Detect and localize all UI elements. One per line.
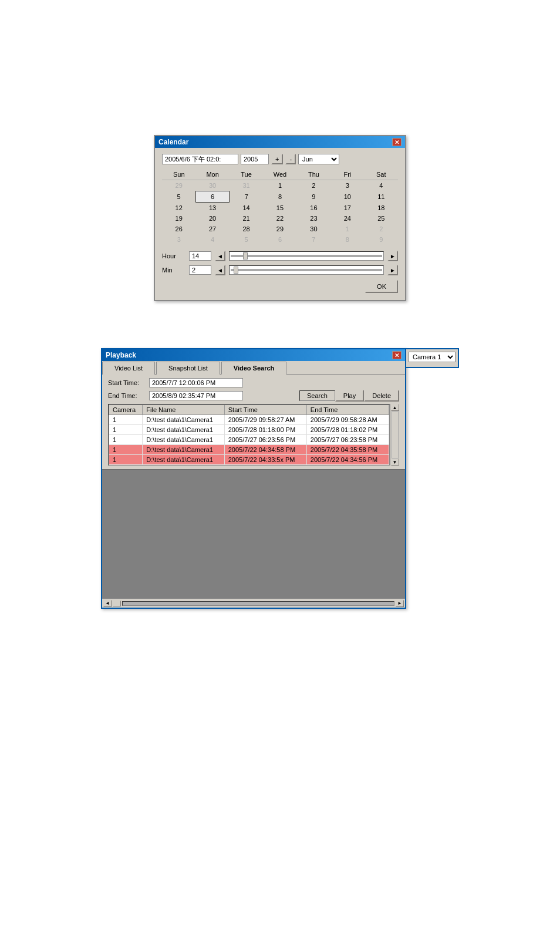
year-plus-button[interactable]: + — [271, 154, 283, 164]
calendar-day[interactable]: 29 — [263, 224, 296, 234]
calendar-day[interactable]: 8 — [330, 234, 364, 245]
min-right-button[interactable]: ► — [387, 265, 398, 275]
calendar-day[interactable]: 8 — [263, 191, 296, 203]
cal-ok-section: OK — [162, 280, 398, 293]
calendar-day[interactable]: 30 — [297, 224, 330, 234]
table-row[interactable]: 1D:\test data\1\Camera12005/7/22 04:33:5… — [109, 455, 389, 465]
min-left-button[interactable]: ◄ — [215, 265, 225, 275]
calendar-day[interactable]: 30 — [195, 180, 229, 191]
calendar-top-row: + - Jun — [162, 154, 398, 164]
year-minus-button[interactable]: - — [285, 154, 296, 164]
col-tue: Tue — [230, 169, 263, 180]
calendar-day[interactable]: 4 — [365, 180, 398, 191]
tab-video-search[interactable]: Video Search — [221, 362, 287, 375]
calendar-day[interactable]: 1 — [263, 180, 296, 191]
tab-video-list[interactable]: Video List — [102, 362, 155, 375]
calendar-day[interactable]: 3 — [162, 234, 195, 245]
hscroll-left-button[interactable]: ◄ — [103, 600, 112, 607]
playback-close-button[interactable]: ✕ — [392, 351, 402, 359]
calendar-day[interactable]: 10 — [330, 191, 364, 203]
th-camera: Camera — [109, 405, 143, 415]
hscroll-track — [122, 601, 394, 606]
calendar-day[interactable]: 17 — [330, 203, 364, 214]
video-table: Camera File Name Start Time End Time 1D:… — [109, 404, 389, 465]
calendar-day[interactable]: 11 — [365, 191, 398, 203]
calendar-day[interactable]: 9 — [297, 191, 330, 203]
calendar-day[interactable]: 5 — [230, 234, 263, 245]
calendar-day[interactable]: 24 — [330, 213, 364, 224]
calendar-day[interactable]: 20 — [195, 213, 229, 224]
min-label: Min — [162, 267, 185, 274]
table-row[interactable]: 1D:\test data\1\Camera12005/7/27 06:23:5… — [109, 435, 389, 445]
col-sun: Sun — [162, 169, 195, 180]
search-button[interactable]: Search — [299, 390, 335, 401]
calendar-day[interactable]: 6 — [195, 191, 229, 203]
camera-select[interactable]: Camera 1 Camera 2 Camera 3 — [409, 352, 456, 362]
hscroll-right-button[interactable]: ► — [396, 600, 404, 607]
calendar-day[interactable]: 14 — [230, 203, 263, 214]
calendar-grid: Sun Mon Tue Wed Thu Fri Sat 293031123456… — [162, 169, 398, 245]
calendar-day[interactable]: 21 — [230, 213, 263, 224]
start-time-input[interactable] — [149, 378, 243, 387]
calendar-day[interactable]: 22 — [263, 213, 296, 224]
hour-input[interactable] — [189, 251, 211, 261]
col-thu: Thu — [297, 169, 330, 180]
camera-panel: Camera 1 Camera 2 Camera 3 — [406, 348, 459, 368]
video-table-container: Camera File Name Start Time End Time 1D:… — [108, 404, 399, 466]
calendar-ok-button[interactable]: OK — [365, 280, 398, 293]
hscroll-thumb[interactable] — [113, 601, 121, 606]
start-time-row: Start Time: — [108, 378, 399, 387]
calendar-day[interactable]: 7 — [230, 191, 263, 203]
calendar-day[interactable]: 6 — [263, 234, 296, 245]
calendar-month-select[interactable]: Jun — [298, 154, 339, 164]
calendar-day[interactable]: 4 — [195, 234, 229, 245]
calendar-day[interactable]: 12 — [162, 203, 195, 214]
calendar-day[interactable]: 13 — [195, 203, 229, 214]
playback-titlebar: Playback ✕ — [102, 349, 405, 361]
min-input[interactable] — [189, 265, 211, 275]
calendar-titlebar: Calendar ✕ — [155, 136, 405, 148]
calendar-day[interactable]: 5 — [162, 191, 195, 203]
calendar-datetime-input[interactable] — [162, 154, 238, 164]
calendar-day[interactable]: 19 — [162, 213, 195, 224]
play-button[interactable]: Play — [335, 390, 364, 402]
table-row[interactable]: 1D:\test data\1\Camera12005/7/22 04:34:5… — [109, 445, 389, 455]
calendar-day[interactable]: 2 — [297, 180, 330, 191]
calendar-day[interactable]: 1 — [330, 224, 364, 234]
hour-label: Hour — [162, 252, 185, 259]
min-slider[interactable] — [229, 265, 384, 275]
calendar-year-input[interactable] — [241, 154, 269, 164]
calendar-day[interactable]: 7 — [297, 234, 330, 245]
delete-button[interactable]: Delete — [364, 390, 399, 402]
calendar-day[interactable]: 29 — [162, 180, 195, 191]
calendar-day[interactable]: 28 — [230, 224, 263, 234]
end-time-input[interactable] — [149, 391, 243, 400]
hour-right-button[interactable]: ► — [387, 251, 398, 261]
start-time-label: Start Time: — [108, 379, 149, 386]
table-row[interactable]: 1D:\test data\1\Camera12005/7/29 09:58:2… — [109, 415, 389, 425]
playback-title: Playback — [106, 351, 136, 359]
end-time-label: End Time: — [108, 392, 149, 399]
col-mon: Mon — [195, 169, 229, 180]
calendar-day[interactable]: 31 — [230, 180, 263, 191]
calendar-body: + - Jun Sun Mon Tue Wed Thu Fri Sat 2930… — [155, 148, 405, 300]
calendar-day[interactable]: 23 — [297, 213, 330, 224]
tab-snapshot-list[interactable]: Snapshot List — [156, 362, 220, 375]
calendar-day[interactable]: 16 — [297, 203, 330, 214]
calendar-day[interactable]: 9 — [365, 234, 398, 245]
calendar-day[interactable]: 25 — [365, 213, 398, 224]
calendar-day[interactable]: 15 — [263, 203, 296, 214]
calendar-day[interactable]: 2 — [365, 224, 398, 234]
vscroll-down-button[interactable]: ▼ — [391, 458, 399, 466]
vscroll-up-button[interactable]: ▲ — [391, 404, 399, 411]
calendar-day[interactable]: 3 — [330, 180, 364, 191]
table-row[interactable]: 1D:\test data\1\Camera12005/7/28 01:18:0… — [109, 425, 389, 435]
calendar-day[interactable]: 18 — [365, 203, 398, 214]
col-sat: Sat — [365, 169, 398, 180]
hour-left-button[interactable]: ◄ — [215, 251, 225, 261]
calendar-close-button[interactable]: ✕ — [392, 138, 402, 146]
hour-slider[interactable] — [229, 251, 384, 261]
cal-hour-row: Hour ◄ ► — [162, 251, 398, 261]
calendar-day[interactable]: 27 — [195, 224, 229, 234]
calendar-day[interactable]: 26 — [162, 224, 195, 234]
